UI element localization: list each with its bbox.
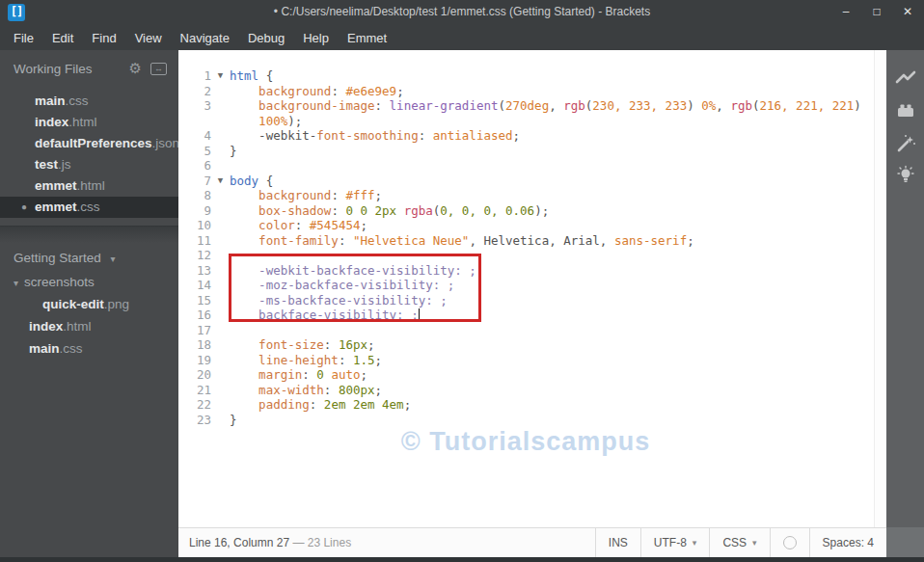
code-line[interactable]: 19 line-height: 1.5;	[178, 353, 873, 368]
code-line[interactable]: 23}	[178, 413, 873, 428]
tree-file[interactable]: index.html	[0, 315, 178, 337]
chevron-down-icon: ▾	[111, 254, 116, 264]
code-line[interactable]: 13 -webkit-backface-visibility: ;	[178, 263, 873, 279]
language-value: CSS	[722, 536, 747, 549]
code-line[interactable]: 11 font-family: "Helvetica Neue", Helvet…	[178, 233, 873, 249]
code-area[interactable]: 1▼html {2 background: #e6e9e9;3 backgrou…	[178, 68, 873, 427]
file-base-name: defaultPreferences	[35, 136, 152, 150]
code-line[interactable]: 2 background: #e6e9e9;	[178, 84, 873, 99]
code-token: 0	[316, 367, 324, 382]
code-token: ;	[404, 397, 412, 412]
menu-item-find[interactable]: Find	[92, 31, 116, 45]
code-line[interactable]: 3 background-image: linear-gradient(270d…	[178, 98, 873, 114]
code-token: box-shadow	[258, 203, 331, 218]
file-extension: .html	[77, 178, 105, 193]
minimize-button[interactable]: –	[835, 3, 856, 20]
window-bottom-border	[0, 557, 924, 562]
code-token: #545454	[310, 218, 361, 232]
code-token: :	[331, 84, 345, 98]
menu-item-edit[interactable]: Edit	[52, 31, 73, 45]
code-line[interactable]: 10 color: #545454;	[178, 218, 873, 233]
code-token: max-width	[258, 383, 324, 397]
encoding-dropdown[interactable]: UTF-8 ▾	[640, 528, 710, 557]
code-line[interactable]: 16 backface-visibility: ;	[178, 308, 873, 323]
vertical-scrollbar[interactable]	[874, 50, 886, 527]
lightbulb-icon[interactable]	[893, 163, 918, 186]
code-line[interactable]: 22 padding: 2em 2em 4em;	[178, 397, 873, 413]
tree-folder[interactable]: ▾screenshots	[0, 271, 178, 293]
lint-status-indicator[interactable]	[770, 528, 809, 557]
code-token: color	[258, 218, 295, 232]
code-text: max-width: 800px;	[230, 383, 382, 398]
code-line[interactable]: 8 background: #fff;	[178, 188, 873, 203]
line-number: 11	[178, 233, 211, 249]
indent-setting[interactable]: Spaces: 4	[809, 528, 886, 557]
code-line[interactable]: 21 max-width: 800px;	[178, 383, 873, 398]
code-line[interactable]: 20 margin: 0 auto;	[178, 367, 873, 383]
watermark: © Tutorialscampus	[178, 427, 873, 457]
file-extension: .json	[152, 136, 178, 150]
editor-pane[interactable]: 1▼html {2 background: #e6e9e9;3 backgrou…	[178, 50, 886, 557]
working-file-item[interactable]: defaultPreferences.json	[0, 133, 178, 154]
code-line[interactable]: 9 box-shadow: 0 0 2px rgba(0, 0, 0, 0.06…	[178, 203, 873, 219]
working-file-item[interactable]: test.js	[0, 154, 178, 175]
tree-file[interactable]: main.css	[0, 337, 178, 360]
fold-gutter	[211, 128, 230, 144]
working-file-item[interactable]: ●emmet.css	[0, 197, 178, 218]
split-view-icon[interactable]: ↔	[150, 63, 167, 75]
code-line[interactable]: 12	[178, 248, 873, 263]
code-token	[230, 353, 258, 367]
fold-gutter	[211, 98, 230, 114]
fold-arrow-icon[interactable]: ▼	[211, 68, 230, 84]
code-line[interactable]: 17	[178, 323, 873, 338]
code-token: ;	[375, 353, 383, 367]
code-token: background	[258, 188, 331, 202]
code-token: rgba	[404, 203, 433, 218]
code-token: ;	[361, 218, 368, 232]
code-line[interactable]: 14 -moz-backface-visibility: ;	[178, 278, 873, 293]
menu-item-help[interactable]: Help	[303, 31, 329, 45]
project-header[interactable]: Getting Started ▾	[0, 243, 178, 271]
code-text: margin: 0 auto;	[230, 367, 367, 383]
code-line[interactable]: 15 -ms-backface-visibility: ;	[178, 293, 873, 308]
language-dropdown[interactable]: CSS ▾	[709, 528, 769, 557]
menu-item-file[interactable]: File	[14, 31, 34, 45]
tree-file[interactable]: quick-edit.png	[0, 293, 178, 315]
line-count-text: — 23 Lines	[292, 536, 351, 549]
gear-icon[interactable]: ⚙	[129, 60, 142, 77]
code-text: -webkit-backface-visibility: ;	[230, 263, 476, 279]
menu-item-emmet[interactable]: Emmet	[347, 31, 387, 45]
code-line[interactable]: 100%);	[178, 114, 873, 129]
working-files-list: main.cssindex.htmldefaultPreferences.jso…	[0, 87, 178, 218]
fold-arrow-icon[interactable]: ▼	[211, 174, 230, 189]
code-line[interactable]: 7▼body {	[178, 174, 873, 189]
working-file-item[interactable]: index.html	[0, 112, 178, 133]
fold-gutter	[211, 188, 230, 203]
overwrite-toggle[interactable]: INS	[595, 528, 640, 557]
working-file-item[interactable]: emmet.html	[0, 175, 178, 197]
code-token: html	[230, 68, 258, 83]
code-line[interactable]: 1▼html {	[178, 68, 873, 84]
code-token	[230, 84, 258, 98]
menu-item-navigate[interactable]: Navigate	[180, 31, 230, 45]
project-title: Getting Started	[14, 251, 101, 265]
live-preview-icon[interactable]	[893, 67, 918, 91]
code-token: 216, 221, 221	[759, 98, 854, 113]
code-line[interactable]: 18 font-size: 16px;	[178, 337, 873, 353]
code-token: {	[258, 174, 273, 188]
maximize-button[interactable]: □	[866, 3, 887, 20]
menu-item-view[interactable]: View	[135, 31, 162, 45]
code-token: rgb	[730, 98, 752, 113]
file-extension: .css	[60, 341, 83, 356]
code-line[interactable]: 5}	[178, 144, 873, 159]
code-line[interactable]: 4 -webkit-font-smoothing: antialiased;	[178, 128, 873, 144]
extension-manager-icon[interactable]	[893, 99, 918, 122]
close-button[interactable]: ✕	[897, 3, 918, 20]
code-token: )	[687, 98, 701, 113]
working-files-header: Working Files ⚙ ↔	[0, 50, 178, 87]
magic-wand-icon[interactable]	[893, 131, 918, 154]
menu-item-debug[interactable]: Debug	[248, 31, 285, 45]
code-line[interactable]: 6	[178, 158, 873, 174]
working-file-item[interactable]: main.css	[0, 91, 178, 112]
fold-gutter	[211, 158, 230, 174]
